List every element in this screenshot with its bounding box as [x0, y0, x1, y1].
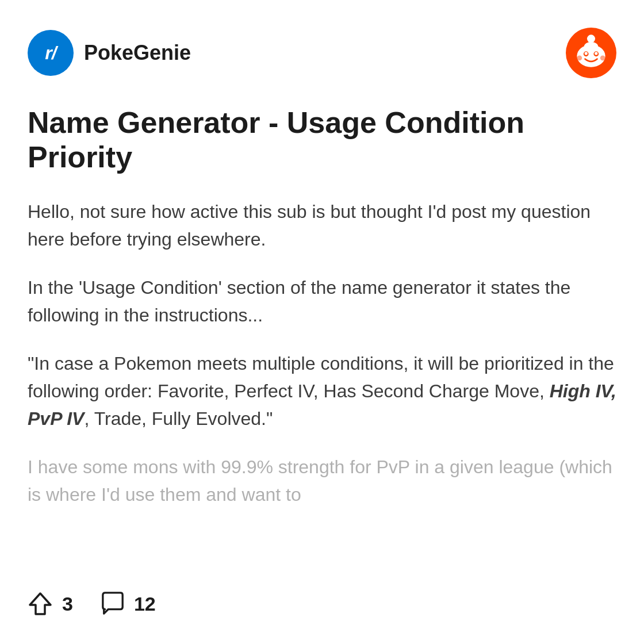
paragraph-4-faded: I have some mons with 99.9% strength for… — [28, 453, 616, 508]
svg-point-5 — [595, 52, 597, 55]
svg-point-7 — [600, 55, 605, 60]
upvote-icon[interactable] — [28, 591, 53, 616]
svg-point-10 — [584, 42, 599, 52]
post-footer: 3 12 — [28, 577, 616, 616]
vote-section[interactable]: 3 — [28, 591, 73, 616]
comment-count: 12 — [134, 593, 156, 615]
reddit-logo-icon — [566, 28, 616, 78]
post-body: Hello, not sure how active this sub is b… — [28, 198, 616, 550]
paragraph-3: "In case a Pokemon meets multiple condit… — [28, 350, 616, 432]
comment-icon[interactable] — [101, 592, 125, 616]
subreddit-name: PokeGenie — [84, 41, 191, 65]
post-card: r/ PokeGenie Name Generator - U — [0, 0, 644, 644]
paragraph-2: In the 'Usage Condition' section of the … — [28, 274, 616, 329]
comment-section[interactable]: 12 — [101, 592, 156, 616]
post-title: Name Generator - Usage Condition Priorit… — [28, 106, 616, 175]
paragraph-3-before: "In case a Pokemon meets multiple condit… — [28, 353, 614, 401]
svg-point-6 — [577, 55, 582, 60]
svg-point-8 — [587, 34, 595, 43]
svg-point-4 — [585, 52, 588, 55]
paragraph-1: Hello, not sure how active this sub is b… — [28, 198, 616, 253]
post-header: r/ PokeGenie — [28, 28, 616, 78]
upvote-count: 3 — [62, 593, 73, 615]
paragraph-3-after: , Trade, Fully Evolved." — [84, 408, 273, 429]
subreddit-info[interactable]: r/ PokeGenie — [28, 30, 191, 76]
svg-marker-11 — [30, 593, 51, 614]
subreddit-icon: r/ — [28, 30, 74, 76]
